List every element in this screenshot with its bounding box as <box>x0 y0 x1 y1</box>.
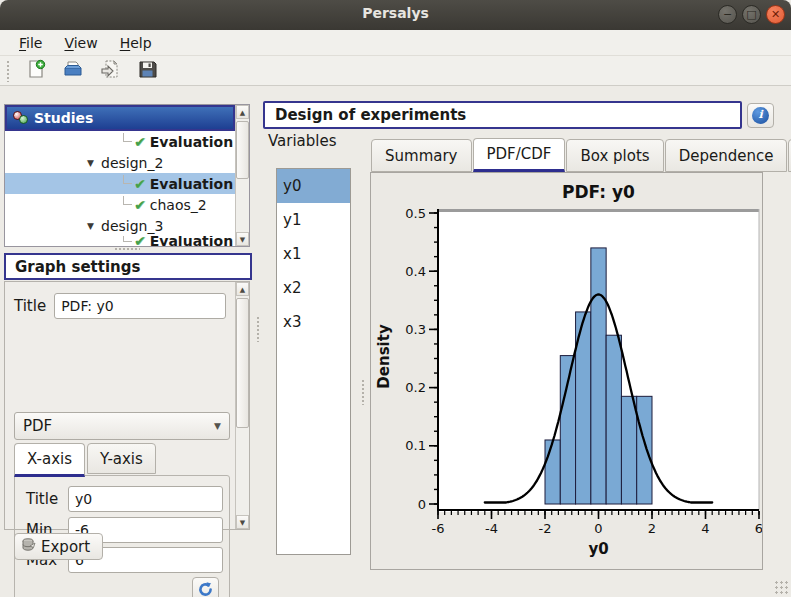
scroll-up-icon[interactable]: ▲ <box>236 282 249 296</box>
import-study-button[interactable] <box>98 59 122 83</box>
check-icon: ✔ <box>134 236 146 246</box>
refresh-icon <box>197 581 214 597</box>
export-button[interactable]: Export <box>14 533 103 560</box>
tree-item-design-2[interactable]: ▼ design_2 <box>5 152 235 173</box>
tab-box-plots[interactable]: Box plots <box>566 139 663 172</box>
new-study-icon <box>26 59 46 82</box>
check-icon: ✔ <box>134 176 146 192</box>
pdf-chart: PDF: y0Densityy000.10.20.30.40.5-6-4-202… <box>371 173 762 569</box>
tree-item-label: Evaluation <box>150 134 233 150</box>
collapse-expander-icon[interactable]: ▼ <box>87 158 101 168</box>
svg-text:0.3: 0.3 <box>405 322 426 337</box>
variable-item-y1[interactable]: y1 <box>277 203 350 237</box>
variable-item-x1[interactable]: x1 <box>277 237 350 271</box>
tree-item-chaos-2[interactable]: ✔ chaos_2 <box>5 194 235 215</box>
variable-item-x3[interactable]: x3 <box>277 305 350 339</box>
tab-y-axis[interactable]: Y-axis <box>87 443 156 474</box>
collapse-expander-icon[interactable]: ▼ <box>87 221 101 231</box>
axis-title-input[interactable] <box>68 486 223 512</box>
close-button[interactable]: ✕ <box>766 5 785 24</box>
info-icon: i <box>752 107 769 124</box>
tree-item-label: Evaluation <box>150 236 233 246</box>
maximize-button[interactable]: □ <box>742 5 761 24</box>
scrollbar-thumb[interactable] <box>236 298 249 428</box>
svg-text:6: 6 <box>755 521 762 536</box>
tree-item-label: design_3 <box>101 218 163 234</box>
svg-text:-6: -6 <box>432 521 445 536</box>
menu-help[interactable]: Help <box>111 32 161 54</box>
tree-connector <box>123 175 132 184</box>
studies-tree-panel: Studies ✔ Evaluation ▼ design_2 ✔ <box>4 104 250 247</box>
tab-pdf-cdf[interactable]: PDF/CDF <box>473 138 566 172</box>
svg-text:2: 2 <box>648 521 656 536</box>
new-study-button[interactable] <box>24 59 48 83</box>
variable-item-y0[interactable]: y0 <box>277 169 350 203</box>
export-icon <box>21 537 37 557</box>
studies-tree-scrollbar[interactable]: ▲ ▼ <box>235 105 249 246</box>
scroll-down-icon[interactable]: ▼ <box>236 232 249 246</box>
refresh-axis-button[interactable] <box>192 577 219 597</box>
svg-text:0.4: 0.4 <box>405 264 426 279</box>
result-tabs: Summary PDF/CDF Box plots Dependence Ta … <box>371 138 791 172</box>
toolbar-drag-handle[interactable] <box>6 60 11 82</box>
open-study-icon <box>63 59 83 82</box>
graph-settings-header: Graph settings <box>4 253 252 280</box>
graph-title-input[interactable] <box>54 293 226 319</box>
scrollbar-thumb[interactable] <box>236 121 249 179</box>
variables-label: Variables <box>268 132 337 150</box>
export-label: Export <box>41 538 90 556</box>
tree-connector <box>123 236 132 242</box>
vertical-splitter-handle[interactable] <box>256 316 261 342</box>
tree-item-evaluation-1[interactable]: ✔ Evaluation <box>5 131 235 152</box>
window-title: Persalys <box>0 5 791 21</box>
save-study-button[interactable] <box>135 59 159 83</box>
svg-text:y0: y0 <box>588 540 608 558</box>
variable-item-x2[interactable]: x2 <box>277 271 350 305</box>
svg-text:Density: Density <box>375 324 393 389</box>
window-resize-grip[interactable] <box>774 580 788 594</box>
svg-text:-4: -4 <box>485 521 498 536</box>
vertical-splitter-handle[interactable] <box>361 379 366 405</box>
tab-x-axis[interactable]: X-axis <box>14 443 85 477</box>
svg-text:0: 0 <box>418 497 426 512</box>
graph-settings-title: Graph settings <box>15 258 140 276</box>
plot-type-dropdown[interactable]: PDF ▼ <box>14 412 230 440</box>
svg-text:0.1: 0.1 <box>405 438 426 453</box>
axis-title-label: Title <box>26 490 60 508</box>
studies-icon <box>13 111 29 125</box>
chevron-down-icon: ▼ <box>214 421 221 431</box>
svg-text:0: 0 <box>594 521 602 536</box>
tree-item-design-3[interactable]: ▼ design_3 <box>5 215 235 236</box>
horizontal-splitter-handle[interactable] <box>114 247 140 252</box>
studies-header[interactable]: Studies <box>5 105 235 131</box>
tree-connector <box>123 196 132 205</box>
svg-text:PDF: y0: PDF: y0 <box>562 182 635 202</box>
check-icon: ✔ <box>134 197 146 213</box>
info-button[interactable]: i <box>747 103 774 128</box>
menubar: File View Help <box>0 30 791 56</box>
tree-item-evaluation-2-selected[interactable]: ✔ Evaluation <box>5 173 235 194</box>
menu-file[interactable]: File <box>10 32 51 54</box>
workspace: Studies ✔ Evaluation ▼ design_2 ✔ <box>0 86 791 597</box>
tab-summary[interactable]: Summary <box>371 139 472 172</box>
tree-connector <box>123 133 132 142</box>
svg-text:0.5: 0.5 <box>405 206 426 221</box>
import-study-icon <box>100 59 120 82</box>
save-icon <box>138 60 157 82</box>
scroll-up-icon[interactable]: ▲ <box>236 105 249 119</box>
scroll-down-icon[interactable]: ▼ <box>236 515 249 529</box>
tab-dependence[interactable]: Dependence <box>665 139 788 172</box>
graph-title-label: Title <box>14 297 46 315</box>
svg-text:-2: -2 <box>539 521 552 536</box>
menu-view[interactable]: View <box>55 32 106 54</box>
titlebar: Persalys − □ ✕ <box>0 0 791 30</box>
tree-item-label: design_2 <box>101 155 163 171</box>
tree-item-evaluation-3-clipped[interactable]: ✔ Evaluation <box>5 236 235 246</box>
graph-settings-scrollbar[interactable]: ▲ ▼ <box>235 282 249 529</box>
check-icon: ✔ <box>134 134 146 150</box>
variables-list: y0 y1 x1 x2 x3 <box>276 168 351 555</box>
doe-name-input[interactable] <box>263 101 742 129</box>
open-study-button[interactable] <box>61 59 85 83</box>
svg-text:0.2: 0.2 <box>405 380 426 395</box>
minimize-button[interactable]: − <box>718 5 737 24</box>
